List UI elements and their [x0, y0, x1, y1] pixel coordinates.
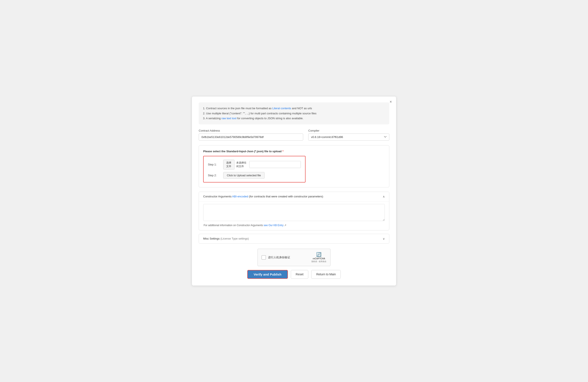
misc-header-subtitle: (License Type settings)	[220, 237, 249, 240]
compiler-label: Compiler	[308, 129, 389, 132]
constructor-header[interactable]: Constructor Arguments ABI-encoded (for c…	[199, 192, 389, 201]
choose-file-button[interactable]: 选择文件	[223, 160, 234, 170]
contract-address-label: Contract Address	[199, 129, 303, 132]
upload-section-title: Please select the Standard-Input-Json (*…	[203, 150, 385, 153]
no-file-text: 未选择任何文件	[236, 161, 248, 168]
captcha-checkbox[interactable]	[262, 255, 266, 260]
captcha-box: 进行人机身份验证 🔄 reCAPTCHA 隐私权 · 使用条款	[257, 249, 331, 266]
constructor-chevron-up-icon: ∧	[383, 195, 385, 198]
misc-section: Misc Settings (License Type settings) ∨	[199, 234, 389, 244]
step2-label: Step 2:	[208, 174, 221, 177]
required-star: *	[282, 150, 284, 153]
file-name-input[interactable]	[249, 161, 301, 168]
captcha-left: 进行人机身份验证	[262, 255, 290, 260]
buttons-row: Verify and Publish Reset Return to Main	[199, 270, 389, 279]
upload-file-button[interactable]: Click to Upload selected file	[223, 172, 265, 179]
return-to-main-button[interactable]: Return to Main	[311, 270, 341, 279]
compiler-select[interactable]: v0.8.18+commit.87f61d96	[308, 134, 389, 140]
step2-row: Step 2: Click to Upload selected file	[208, 172, 301, 179]
misc-chevron-down-icon: ∨	[383, 237, 385, 240]
info-line-1: 1. Contract sources in the json file mus…	[203, 106, 385, 111]
step1-row: Step 1: 选择文件 未选择任何文件	[208, 160, 301, 170]
recaptcha-brand-text: reCAPTCHA	[313, 257, 325, 260]
literal-contents-link[interactable]: Literal contents	[272, 107, 291, 110]
captcha-label: 进行人机身份验证	[268, 255, 290, 259]
captcha-area: 进行人机身份验证 🔄 reCAPTCHA 隐私权 · 使用条款	[199, 249, 389, 266]
step1-label: Step 1:	[208, 163, 221, 166]
info-box: 1. Contract sources in the json file mus…	[199, 102, 389, 124]
kb-entry-link[interactable]: see Our KB Entry	[264, 224, 283, 227]
form-row: Contract Address Compiler v0.8.18+commit…	[199, 129, 389, 140]
constructor-header-title: Constructor Arguments ABI-encoded (for c…	[203, 195, 323, 198]
recaptcha-logo-icon: 🔄	[316, 252, 321, 257]
captcha-right: 🔄 reCAPTCHA 隐私权 · 使用条款	[312, 252, 327, 263]
compiler-group: Compiler v0.8.18+commit.87f61d96	[308, 129, 389, 140]
reset-button[interactable]: Reset	[291, 270, 309, 279]
file-input-wrapper: 选择文件 未选择任何文件	[223, 160, 301, 170]
misc-header-title: Misc Settings (License Type settings)	[203, 237, 249, 240]
contract-address-input[interactable]	[199, 134, 303, 140]
upload-section: Please select the Standard-Input-Json (*…	[199, 145, 389, 187]
recaptcha-subtext: 隐私权 · 使用条款	[312, 260, 327, 263]
upload-area: Step 1: 选择文件 未选择任何文件 Step 2: Click to Up…	[203, 156, 306, 182]
constructor-textarea[interactable]	[203, 204, 385, 221]
contract-address-group: Contract Address	[199, 129, 303, 140]
raw-text-tool-link[interactable]: raw text tool	[222, 117, 236, 120]
info-line-2: 2. Use multiple literal {"content": "", …	[203, 111, 385, 116]
modal-container: × 1. Contract sources in the json file m…	[192, 96, 396, 286]
constructor-body: For additional information on Constructo…	[199, 201, 389, 230]
info-line-3: 3. A serializing raw text tool for conve…	[203, 116, 385, 121]
close-button[interactable]: ×	[390, 100, 392, 104]
kb-entry-note: For additional information on Constructo…	[203, 224, 385, 227]
abi-encoded-link[interactable]: ABI-encoded	[232, 195, 248, 198]
constructor-section: Constructor Arguments ABI-encoded (for c…	[199, 192, 389, 230]
misc-header[interactable]: Misc Settings (License Type settings) ∨	[199, 234, 389, 243]
verify-publish-button[interactable]: Verify and Publish	[247, 270, 288, 279]
